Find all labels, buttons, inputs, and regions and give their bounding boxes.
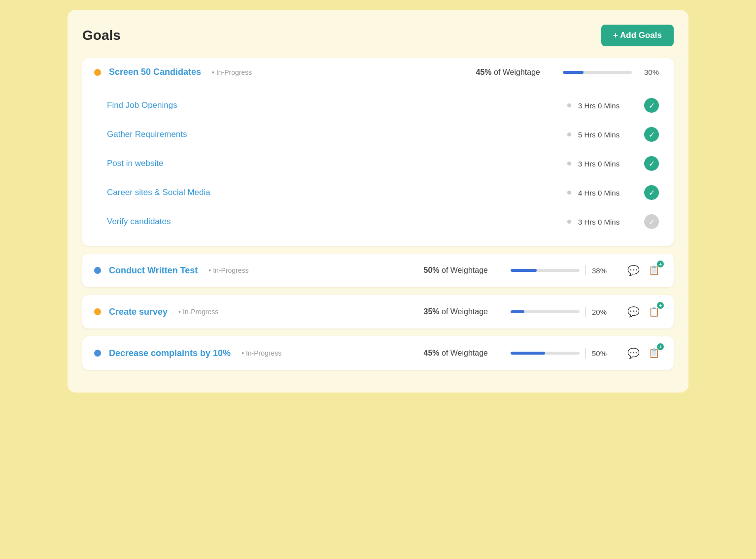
subtask-name-0-1[interactable]: Gather Requirements — [107, 130, 560, 139]
subtask-check-0-0[interactable]: ✓ — [644, 98, 659, 113]
subtask-name-0-4[interactable]: Verify candidates — [107, 217, 560, 227]
subtask-time-0-2: 3 Hrs 0 Mins — [578, 160, 637, 168]
goals-list: Screen 50 Candidates In-Progress 45% of … — [82, 58, 674, 370]
progress-divider-decrease-complaints — [585, 348, 586, 358]
goal-status-decrease-complaints: In-Progress — [241, 349, 281, 357]
comment-icon-written-test[interactable]: 💬 — [625, 263, 641, 278]
copy-icon-decrease-complaints[interactable]: 📋 + — [646, 345, 662, 361]
goal-actions-create-survey: 💬 📋 + — [625, 304, 662, 320]
progress-track-written-test — [511, 269, 580, 272]
goal-name-written-test[interactable]: Conduct Written Test — [109, 265, 198, 276]
comment-icon-create-survey[interactable]: 💬 — [625, 304, 641, 320]
header: Goals + Add Goals — [82, 25, 674, 46]
goal-card-screen-candidates: Screen 50 Candidates In-Progress 45% of … — [82, 58, 674, 246]
goal-dot-written-test — [94, 267, 101, 274]
progress-track-screen-candidates — [563, 71, 632, 74]
goal-dot-create-survey — [94, 308, 101, 315]
goal-name-screen-candidates[interactable]: Screen 50 Candidates — [109, 67, 201, 77]
goal-weightage-decrease-complaints: 45% of Weightage — [424, 349, 488, 358]
progress-divider-written-test — [585, 265, 586, 275]
subtask-check-0-2[interactable]: ✓ — [644, 156, 659, 171]
copy-icon-create-survey[interactable]: 📋 + — [646, 304, 662, 320]
subtask-time-0-1: 5 Hrs 0 Mins — [578, 131, 637, 139]
copy-icon-written-test[interactable]: 📋 + — [646, 263, 662, 278]
goal-actions-decrease-complaints: 💬 📋 + — [625, 345, 662, 361]
goal-status-written-test: In-Progress — [208, 266, 248, 274]
page-wrapper: Goals + Add Goals Screen 50 Candidates I… — [68, 10, 688, 393]
subtask-list-screen-candidates: Find Job Openings 3 Hrs 0 Mins ✓ Gather … — [82, 86, 674, 246]
subtask-item-0-4: Verify candidates 3 Hrs 0 Mins ✓ — [107, 207, 659, 236]
add-badge-create-survey: + — [657, 302, 664, 309]
goal-header-screen-candidates[interactable]: Screen 50 Candidates In-Progress 45% of … — [82, 58, 674, 86]
progress-pct-decrease-complaints: 50% — [592, 349, 610, 358]
goal-header-written-test[interactable]: Conduct Written Test In-Progress 50% of … — [82, 254, 674, 287]
subtask-name-0-2[interactable]: Post in website — [107, 159, 560, 168]
goal-progress-decrease-complaints: 50% — [511, 348, 610, 358]
progress-pct-screen-candidates: 30% — [644, 68, 662, 76]
progress-fill-create-survey — [511, 310, 524, 313]
subtask-time-0-4: 3 Hrs 0 Mins — [578, 218, 637, 226]
goal-status-create-survey: In-Progress — [178, 308, 218, 316]
goal-card-written-test: Conduct Written Test In-Progress 50% of … — [82, 254, 674, 287]
progress-track-decrease-complaints — [511, 352, 580, 355]
goal-weightage-written-test: 50% of Weightage — [424, 266, 488, 275]
subtask-item-0-1: Gather Requirements 5 Hrs 0 Mins ✓ — [107, 120, 659, 149]
subtask-item-0-0: Find Job Openings 3 Hrs 0 Mins ✓ — [107, 91, 659, 120]
subtask-dot-0-3 — [567, 191, 571, 195]
comment-icon-decrease-complaints[interactable]: 💬 — [625, 345, 641, 361]
goal-progress-written-test: 38% — [511, 265, 610, 275]
subtask-item-0-3: Career sites & Social Media 4 Hrs 0 Mins… — [107, 178, 659, 207]
add-badge-written-test: + — [657, 261, 664, 267]
subtask-name-0-3[interactable]: Career sites & Social Media — [107, 188, 560, 197]
progress-pct-create-survey: 20% — [592, 308, 610, 316]
progress-fill-decrease-complaints — [511, 352, 545, 355]
goal-actions-written-test: 💬 📋 + — [625, 263, 662, 278]
progress-fill-written-test — [511, 269, 537, 272]
add-goals-button[interactable]: + Add Goals — [601, 25, 674, 46]
goal-name-decrease-complaints[interactable]: Decrease complaints by 10% — [109, 348, 231, 359]
goal-header-decrease-complaints[interactable]: Decrease complaints by 10% In-Progress 4… — [82, 336, 674, 370]
goal-name-create-survey[interactable]: Create survey — [109, 307, 168, 317]
subtask-dot-0-2 — [567, 162, 571, 165]
progress-divider-create-survey — [585, 307, 586, 317]
subtask-time-0-3: 4 Hrs 0 Mins — [578, 189, 637, 197]
goal-dot-screen-candidates — [94, 69, 101, 76]
add-badge-decrease-complaints: + — [657, 343, 664, 350]
subtask-time-0-0: 3 Hrs 0 Mins — [578, 101, 637, 110]
goal-progress-create-survey: 20% — [511, 307, 610, 317]
goal-status-screen-candidates: In-Progress — [212, 68, 252, 76]
progress-fill-screen-candidates — [563, 71, 584, 74]
subtask-dot-0-1 — [567, 132, 571, 136]
progress-track-create-survey — [511, 310, 580, 313]
goal-dot-decrease-complaints — [94, 350, 101, 357]
subtask-check-0-4[interactable]: ✓ — [644, 214, 659, 229]
goal-weightage-screen-candidates: 45% of Weightage — [476, 68, 540, 77]
goal-header-create-survey[interactable]: Create survey In-Progress 35% of Weighta… — [82, 295, 674, 329]
goal-card-create-survey: Create survey In-Progress 35% of Weighta… — [82, 295, 674, 329]
subtask-dot-0-4 — [567, 220, 571, 224]
subtask-dot-0-0 — [567, 103, 571, 107]
progress-divider-screen-candidates — [638, 67, 638, 77]
goal-progress-screen-candidates: 30% — [563, 67, 662, 77]
subtask-check-0-3[interactable]: ✓ — [644, 185, 659, 200]
subtask-name-0-0[interactable]: Find Job Openings — [107, 100, 560, 110]
subtask-item-0-2: Post in website 3 Hrs 0 Mins ✓ — [107, 149, 659, 178]
goal-weightage-create-survey: 35% of Weightage — [424, 307, 488, 316]
goal-card-decrease-complaints: Decrease complaints by 10% In-Progress 4… — [82, 336, 674, 370]
page-title: Goals — [82, 28, 121, 43]
progress-pct-written-test: 38% — [592, 266, 610, 275]
subtask-check-0-1[interactable]: ✓ — [644, 127, 659, 142]
